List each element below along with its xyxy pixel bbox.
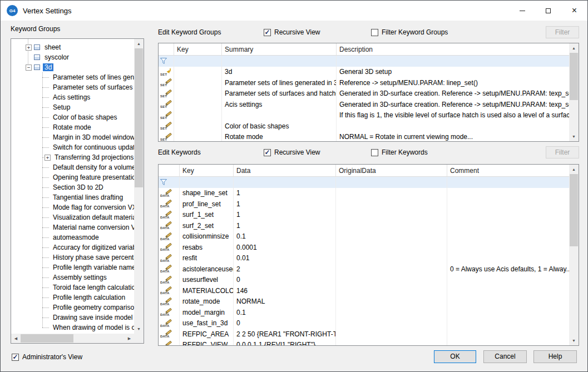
filter-keywords-checkbox[interactable]: Filter Keywords (371, 146, 428, 158)
tree-item[interactable]: Parameter sets of lines generate (11, 72, 134, 82)
tree-item[interactable]: Acis settings (11, 92, 134, 102)
recursive-view-keywords-checkbox[interactable]: ✓ Recursive View (264, 146, 320, 158)
tree-item[interactable]: Margin in 3D model window (11, 132, 134, 142)
tree-item[interactable]: automeasmode (11, 232, 134, 242)
tree-item[interactable]: Mode flag for conversion VX - 3 (11, 202, 134, 212)
scrollbar-thumb[interactable] (21, 334, 73, 343)
table-row[interactable]: DATAacistoleranceused20 = Always use Aci… (159, 264, 569, 275)
scrollbar-thumb[interactable] (570, 174, 578, 246)
tree-item-label: Toroid face length calculation (51, 284, 134, 291)
tree-item[interactable]: Rotate mode (11, 122, 134, 132)
table-row[interactable]: DATAREFPIC_AREA2 2 50 {REAR1 "FRONT-RIGH… (159, 329, 569, 340)
table-row[interactable]: DATAsurf_1_set1 (159, 210, 569, 221)
minimize-button[interactable] (509, 1, 535, 21)
table-row[interactable]: SETColor of basic shapes (159, 121, 569, 132)
tree-vertical-scrollbar[interactable]: ▲ ▼ (134, 39, 144, 334)
cell-data: 1 (234, 188, 336, 199)
column-header-key[interactable]: Key (180, 165, 234, 176)
table-row[interactable]: DATAprof_line_set1 (159, 199, 569, 210)
keywords-grid-scrollbar[interactable]: ▲ ▼ (569, 165, 579, 345)
table-row[interactable]: SETAcis settingsGenerated in 3D-surface … (159, 99, 569, 110)
column-header-summary[interactable]: Summary (222, 43, 337, 55)
scroll-down-button[interactable]: ▼ (569, 336, 579, 345)
table-row[interactable]: DATAresfit0.01 (159, 253, 569, 264)
table-row[interactable]: SETIf this flag is 1, the visible level … (159, 110, 569, 121)
table-row[interactable]: DATAuse_fast_in_3d0 (159, 318, 569, 329)
table-row[interactable]: DATAusesurflevel0 (159, 275, 569, 286)
cell-comment (447, 220, 569, 231)
tree-item[interactable]: Profile length variable name (11, 262, 134, 272)
cell-comment (447, 231, 569, 242)
column-header-comment[interactable]: Comment (447, 165, 569, 176)
administrators-view-checkbox[interactable]: ✓ Administrator's View (12, 351, 82, 363)
tree-item[interactable]: +Transferring 3d projections to 2c (11, 152, 134, 162)
expand-icon[interactable]: + (26, 44, 32, 51)
tree-item[interactable]: Tangential lines drafting (11, 192, 134, 202)
tree-item[interactable]: syscolor (11, 52, 134, 62)
filter-row[interactable] (159, 177, 569, 188)
tree-item[interactable]: Switch for continuous updating (11, 142, 134, 152)
maximize-button[interactable] (535, 1, 561, 21)
tree-item[interactable]: Accuracy for digitized variable v (11, 242, 134, 252)
scrollbar-thumb[interactable] (570, 53, 578, 100)
tree-item[interactable]: Profile length calculation (11, 292, 134, 302)
expand-icon[interactable]: + (45, 155, 51, 161)
filter-row[interactable] (159, 56, 569, 67)
filter-groups-button[interactable]: Filter (546, 26, 579, 38)
table-row[interactable]: DATAresabs0.0001 (159, 242, 569, 253)
column-header-key[interactable]: Key (174, 43, 222, 55)
column-header-originaldata[interactable]: OriginalData (336, 165, 447, 176)
table-row[interactable]: SET3dGeneral 3D setup (159, 67, 569, 78)
table-row[interactable]: DATArotate_modeNORMAL (159, 296, 569, 307)
scroll-down-button[interactable]: ▼ (569, 132, 579, 141)
scroll-up-button[interactable]: ▲ (569, 43, 579, 53)
table-row[interactable]: SETParameter sets of surfaces and hatche… (159, 88, 569, 100)
cancel-button[interactable]: Cancel (483, 350, 527, 363)
tree-item[interactable]: Assembly settings (11, 272, 134, 282)
table-row[interactable]: DATAMATERIALCOLOR146 (159, 285, 569, 296)
tree-item[interactable]: History phase save percentage (11, 252, 134, 262)
tree-item-label: Acis settings (51, 93, 92, 101)
tree-item[interactable]: Profile geometry comparison dc (11, 302, 134, 313)
column-header-description[interactable]: Description (337, 43, 569, 55)
table-row[interactable]: DATAREFPIC_VIEW0 0 0 1 1 {REVI1 "RIGHT"}… (159, 340, 569, 346)
tree-item[interactable]: Visualization default material (11, 212, 134, 222)
filter-keyword-groups-checkbox[interactable]: Filter Keyword Groups (371, 26, 448, 38)
scroll-up-button[interactable]: ▲ (134, 39, 144, 48)
tree-item[interactable]: Material name conversion VX - : (11, 222, 134, 232)
tree-horizontal-scrollbar[interactable]: ◀ ▶ (11, 334, 134, 343)
row-icon-cell: DATA (159, 296, 180, 307)
column-header-data[interactable]: Data (234, 165, 336, 176)
tree-item[interactable]: Setup (11, 102, 134, 112)
tree-item[interactable]: Default density for a volume (ste (11, 162, 134, 172)
tree-item[interactable]: Toroid face length calculation (11, 282, 134, 292)
table-row[interactable]: SETRotate modeNORMAL = Rotate in current… (159, 132, 569, 142)
scroll-right-button[interactable]: ▶ (125, 334, 134, 343)
scrollbar-thumb[interactable] (135, 48, 143, 187)
tree-item[interactable]: +sheet (11, 42, 134, 52)
collapse-icon[interactable]: − (26, 65, 32, 71)
ok-button[interactable]: OK (434, 350, 476, 363)
recursive-view-groups-checkbox[interactable]: ✓ Recursive View (264, 26, 320, 38)
tree-item[interactable]: Section 3D to 2D (11, 182, 134, 192)
close-button[interactable]: × (561, 1, 587, 21)
scroll-left-button[interactable]: ◀ (11, 334, 21, 343)
filter-keywords-button[interactable]: Filter (546, 146, 579, 158)
tree-item[interactable]: Opening feature presentation in (11, 172, 134, 182)
cell-key: surf_2_set (180, 220, 234, 231)
tree-item[interactable]: Color of basic shapes (11, 112, 134, 122)
scroll-up-button[interactable]: ▲ (569, 165, 579, 174)
table-row[interactable]: DATAshape_line_set1 (159, 188, 569, 199)
keyword-groups-grid: Key Summary Description SET3dGeneral 3D … (158, 43, 579, 142)
help-button[interactable]: Help (533, 350, 577, 363)
table-row[interactable]: DATAcollisionminsize0.1 (159, 231, 569, 242)
table-row[interactable]: DATAsurf_2_set1 (159, 220, 569, 231)
table-row[interactable]: SETParameter sets of lines generated in … (159, 77, 569, 88)
tree-item[interactable]: Drawing save inside model poss (11, 313, 134, 323)
tree-item[interactable]: −3d (11, 62, 134, 72)
groups-grid-scrollbar[interactable]: ▲ ▼ (569, 43, 579, 141)
table-row[interactable]: DATAmodel_margin0.1 (159, 307, 569, 318)
scroll-down-button[interactable]: ▼ (134, 324, 144, 334)
tree-item[interactable]: When drawing of model is open (11, 323, 134, 333)
tree-item[interactable]: Parameter sets of surfaces and h (11, 82, 134, 92)
